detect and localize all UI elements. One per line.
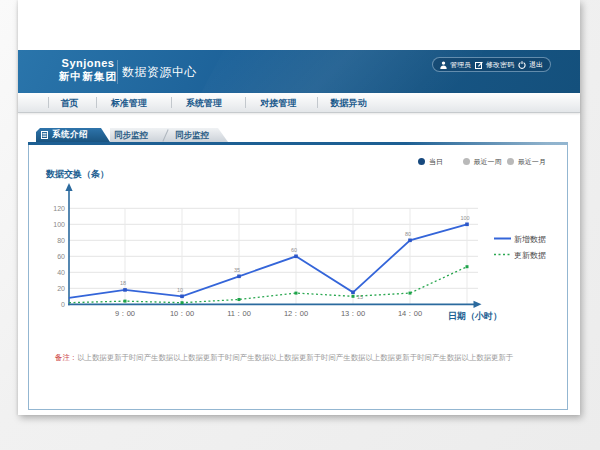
tab-system-intro-label: 系统介绍 <box>52 129 88 141</box>
radio-last-week-label: 最近一周 <box>474 155 502 168</box>
nav-item-change[interactable]: 数据异动 <box>331 93 367 113</box>
header-divider <box>117 60 118 84</box>
content-panel <box>28 145 568 410</box>
radio-today-label: 当日 <box>429 155 443 168</box>
change-password-label: 修改密码 <box>486 58 514 71</box>
company-logo: Synjones 新中新集团 <box>56 58 120 82</box>
radio-last-month-dot <box>507 158 514 165</box>
document-icon <box>41 131 48 139</box>
edit-icon <box>475 61 483 69</box>
user-icon <box>440 61 447 69</box>
change-password-button[interactable]: 修改密码 <box>475 58 514 71</box>
radio-last-week[interactable]: 最近一周 <box>463 155 502 168</box>
app-header: Synjones 新中新集团 数据资源中心 管理员 修改密码 <box>18 50 580 93</box>
radio-today[interactable]: 当日 <box>418 155 443 168</box>
nav-divider <box>245 97 246 108</box>
logout-label: 退出 <box>529 58 543 71</box>
radio-today-dot <box>418 158 425 165</box>
radio-last-month-label: 最近一月 <box>518 155 546 168</box>
footnote-text: 以上数据更新于时间产生数据以上数据更新于时间产生数据以上数据更新于时间产生数据以… <box>77 353 513 362</box>
nav-divider <box>171 97 172 108</box>
nav-item-connect[interactable]: 对接管理 <box>261 93 297 113</box>
inactive-tabs: 同步监控 同步监控 <box>110 128 228 142</box>
tab-divider <box>162 129 168 141</box>
logout-button[interactable]: 退出 <box>518 58 543 71</box>
nav-item-system[interactable]: 系统管理 <box>186 93 222 113</box>
main-nav: 首页 标准管理 系统管理 对接管理 数据异动 <box>18 93 580 113</box>
logo-text-en: Synjones <box>56 58 120 69</box>
radio-last-month[interactable]: 最近一月 <box>507 155 546 168</box>
tab-underline <box>28 142 568 145</box>
nav-item-home[interactable]: 首页 <box>61 93 79 113</box>
nav-divider <box>96 97 97 108</box>
user-name-label: 管理员 <box>450 58 471 71</box>
icon-shape <box>440 65 446 68</box>
tab-sync-monitor-2[interactable]: 同步监控 <box>175 128 209 142</box>
footnote-prefix: 备注： <box>55 353 77 362</box>
power-icon <box>518 61 526 69</box>
tab-system-intro[interactable]: 系统介绍 <box>36 128 110 142</box>
user-menu[interactable]: 管理员 <box>440 58 471 71</box>
radio-last-week-dot <box>463 158 470 165</box>
user-toolbar: 管理员 修改密码 退出 <box>432 57 551 72</box>
range-filter: 当日 最近一周 最近一月 <box>0 155 600 168</box>
footnote: 备注：以上数据更新于时间产生数据以上数据更新于时间产生数据以上数据更新于时间产生… <box>55 353 535 362</box>
tab-sync-monitor-1[interactable]: 同步监控 <box>114 128 148 142</box>
page: Synjones 新中新集团 数据资源中心 管理员 修改密码 <box>0 0 600 450</box>
nav-item-standard[interactable]: 标准管理 <box>111 93 147 113</box>
logo-text-cn: 新中新集团 <box>56 70 120 82</box>
icon-shape <box>442 61 445 64</box>
page-title: 数据资源中心 <box>122 64 197 81</box>
nav-divider <box>48 97 49 108</box>
nav-divider <box>317 97 318 108</box>
